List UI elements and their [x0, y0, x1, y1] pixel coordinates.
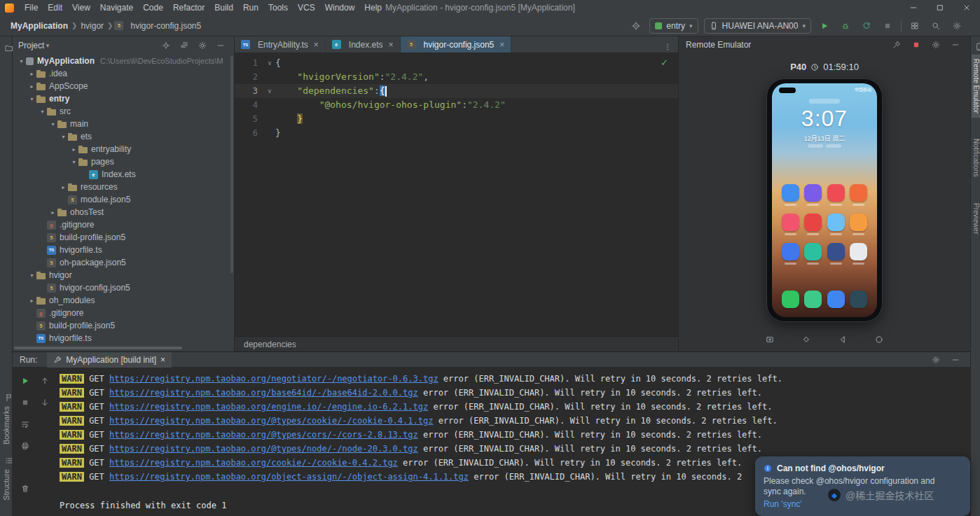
- dock-icon-2[interactable]: [804, 291, 822, 308]
- settings-button[interactable]: [195, 38, 210, 53]
- console-url-link[interactable]: https://registry.npm.taobao.org/object-a…: [109, 472, 469, 482]
- console-url-link[interactable]: https://registry.npm.taobao.org/@types/c…: [109, 416, 433, 426]
- tree-chevron-icon[interactable]: ▾: [27, 96, 36, 102]
- tree-item--idea[interactable]: ▸.idea: [13, 67, 234, 80]
- project-panel-title[interactable]: Project: [18, 41, 44, 50]
- close-tab-icon[interactable]: ×: [499, 40, 504, 50]
- breadcrumb-item[interactable]: hvigor-config.json5: [128, 21, 203, 31]
- app-icon-1[interactable]: [782, 184, 799, 202]
- debug-button[interactable]: [838, 18, 853, 34]
- tree-chevron-icon[interactable]: ▾: [27, 272, 36, 279]
- app-icon-6[interactable]: [804, 214, 822, 231]
- tree-item--gitignore[interactable]: g.gitignore: [13, 307, 234, 319]
- tree-chevron-icon[interactable]: ▸: [27, 83, 36, 90]
- rerun-button[interactable]: [18, 373, 33, 389]
- tree-item-hvigor[interactable]: ▾hvigor: [13, 269, 234, 281]
- settings-button[interactable]: [928, 37, 944, 53]
- tree-chevron-icon[interactable]: ▾: [17, 58, 26, 64]
- console-url-link[interactable]: https://registry.npm.taobao.org/cookie/-…: [109, 458, 398, 468]
- tool-window-button-structure[interactable]: Structure: [2, 469, 11, 501]
- stop-button[interactable]: [880, 18, 895, 34]
- tree-item-ohostest[interactable]: ▸ohosTest: [13, 206, 234, 218]
- tree-item-index-ets[interactable]: eIndex.ets: [13, 168, 234, 181]
- app-icon-3[interactable]: [827, 184, 845, 202]
- app-icon-2[interactable]: [804, 184, 822, 202]
- tree-chevron-icon[interactable]: ▸: [69, 146, 78, 153]
- tree-item-build-profile-json5[interactable]: 5build-profile.json5: [13, 231, 234, 244]
- close-button[interactable]: [953, 0, 980, 15]
- scroll-up-button[interactable]: [37, 373, 53, 389]
- fold-marker-icon[interactable]: ∨: [264, 84, 275, 98]
- app-icon-10[interactable]: [804, 243, 822, 260]
- run-config-selector[interactable]: entry▾: [649, 18, 698, 34]
- console-url-link[interactable]: https://registry.npm.taobao.org/base64id…: [109, 388, 418, 398]
- tree-item-main[interactable]: ▾main: [13, 118, 234, 130]
- vertical-scrollbar[interactable]: [230, 56, 233, 273]
- console-url-link[interactable]: https://registry.npm.taobao.org/@types/n…: [109, 444, 418, 454]
- tree-item-hvigorfile-ts[interactable]: TShvigorfile.ts: [13, 332, 234, 344]
- tree-item-oh-package-json5[interactable]: 5oh-package.json5: [13, 256, 234, 269]
- bookmarks-button[interactable]: [1, 390, 17, 405]
- close-tab-icon[interactable]: ×: [314, 40, 319, 50]
- settings-button[interactable]: [928, 352, 944, 368]
- menu-code[interactable]: Code: [138, 0, 168, 15]
- tree-item-ets[interactable]: ▾ets: [13, 130, 234, 143]
- screenshot-button[interactable]: [762, 332, 778, 347]
- app-icon-12[interactable]: [850, 243, 867, 260]
- tree-item-oh-modules[interactable]: ▸oh_modules: [13, 294, 234, 307]
- tab-hvigor-config-json5[interactable]: 5hvigor-config.json5×: [401, 36, 512, 53]
- tree-item-src[interactable]: ▾src: [13, 105, 234, 118]
- menu-navigate[interactable]: Navigate: [95, 0, 138, 15]
- locate-button[interactable]: [158, 38, 174, 53]
- run-button[interactable]: [817, 18, 832, 34]
- console-url-link[interactable]: https://registry.npm.taobao.org/negotiat…: [109, 374, 439, 384]
- hide-button[interactable]: [948, 37, 963, 53]
- tree-chevron-icon[interactable]: ▸: [59, 184, 68, 190]
- collapse-all-button[interactable]: [177, 38, 192, 53]
- home-button[interactable]: [871, 332, 887, 347]
- tree-chevron-icon[interactable]: ▸: [27, 298, 36, 304]
- breadcrumb-item[interactable]: MyApplication: [8, 21, 70, 31]
- structure-button[interactable]: [1, 453, 17, 468]
- breadcrumb-item[interactable]: hvigor: [78, 21, 106, 31]
- tree-chevron-icon[interactable]: ▾: [59, 134, 68, 140]
- rotate-button[interactable]: [799, 332, 814, 347]
- print-button[interactable]: [18, 438, 33, 454]
- hide-button[interactable]: [213, 38, 228, 53]
- scroll-down-button[interactable]: [37, 395, 53, 410]
- more-button[interactable]: [660, 39, 675, 55]
- menu-tools[interactable]: Tools: [263, 0, 293, 15]
- menu-refactor[interactable]: Refactor: [168, 0, 209, 15]
- settings-button[interactable]: [949, 18, 965, 34]
- app-icon-9[interactable]: [782, 243, 799, 260]
- stop-button[interactable]: [18, 395, 33, 410]
- back-button[interactable]: [835, 332, 850, 347]
- device-manager-button[interactable]: [907, 18, 923, 34]
- hide-button[interactable]: [948, 352, 963, 368]
- tree-chevron-icon[interactable]: ▸: [48, 209, 57, 216]
- tree-item-entryability[interactable]: ▸entryability: [13, 143, 234, 155]
- maximize-button[interactable]: [927, 0, 953, 15]
- device-selector[interactable]: HUAWEI ANA-AN00▾: [704, 18, 811, 34]
- app-icon-7[interactable]: [827, 214, 845, 231]
- minimize-button[interactable]: [900, 0, 927, 15]
- tool-window-button-bookmarks[interactable]: Bookmarks: [2, 406, 11, 445]
- close-tab-icon[interactable]: ×: [389, 40, 394, 50]
- code-area[interactable]: 1∨{2 "hvigorVersion":"2.4.2",3∨ "depende…: [235, 53, 678, 336]
- project-folder-button[interactable]: [1, 41, 17, 56]
- tree-item-pages[interactable]: ▾pages: [13, 155, 234, 168]
- tree-item--gitignore[interactable]: g.gitignore: [13, 218, 234, 231]
- menu-build[interactable]: Build: [209, 0, 238, 15]
- tree-item-module-json5[interactable]: 5module.json5: [13, 193, 234, 206]
- notification-run-sync-link[interactable]: Run 'sync': [764, 499, 802, 509]
- tool-window-button-notifications[interactable]: Notifications: [972, 134, 980, 181]
- tree-chevron-icon[interactable]: ▾: [69, 159, 78, 165]
- app-icon-11[interactable]: [827, 243, 845, 260]
- tool-window-button-previewer[interactable]: Previewer: [972, 199, 980, 238]
- menu-run[interactable]: Run: [238, 0, 263, 15]
- tree-item-myapplication[interactable]: ▾MyApplicationC:\Users\li\DevEcoStudioPr…: [13, 55, 234, 67]
- menu-window[interactable]: Window: [320, 0, 360, 15]
- device-button[interactable]: [971, 39, 980, 55]
- search-button[interactable]: [928, 18, 944, 34]
- tool-window-button-remote-emulator[interactable]: Remote Emulator: [972, 55, 980, 118]
